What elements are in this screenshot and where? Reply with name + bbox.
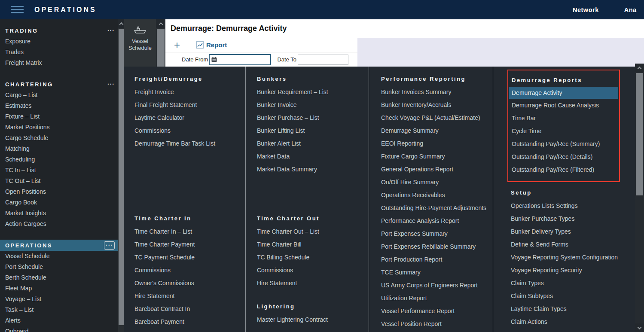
date-from-field[interactable] <box>209 54 271 65</box>
menu-item-owner-s-commissions[interactable]: Owner's Commissions <box>134 277 245 289</box>
menu-item-operations-receivables[interactable]: Operations Receivables <box>381 189 493 201</box>
menu-item-port-expenses-summary[interactable]: Port Expenses Summary <box>381 227 493 240</box>
menu-item-claim-types[interactable]: Claim Types <box>511 277 635 289</box>
menu-item-cycle-time[interactable]: Cycle Time <box>509 125 618 137</box>
menu-item-commissions[interactable]: Commissions <box>134 124 245 137</box>
menu-item-define-send-forms[interactable]: Define & Send Forms <box>511 238 635 251</box>
sidebar-item-market-positions[interactable]: Market Positions <box>0 122 118 133</box>
menu-item-time-charter-out-list[interactable]: Time Charter Out – List <box>257 225 369 238</box>
menu-item-freight-invoice[interactable]: Freight Invoice <box>134 85 245 98</box>
section-menu-dots-icon[interactable]: ··· <box>107 81 115 87</box>
sidebar-item-cargo-list[interactable]: Cargo – List <box>0 90 118 101</box>
menu-item-check-voyage-p-l-actual-estimate[interactable]: Check Voyage P&L (Actual/Estimate) <box>381 111 493 124</box>
sidebar-header-chartering[interactable]: CHARTERING··· <box>0 79 118 90</box>
menu-item-tc-billing-schedule[interactable]: TC Billing Schedule <box>257 251 369 264</box>
sidebar-item-trades[interactable]: Trades <box>0 47 118 58</box>
hamburger-icon[interactable] <box>11 6 24 13</box>
sidebar-item-action-cargoes[interactable]: Action Cargoes <box>0 219 118 229</box>
menu-item-laytime-calculator[interactable]: Laytime Calculator <box>134 111 245 124</box>
menu-item-operations-lists-settings[interactable]: Operations Lists Settings <box>511 199 635 212</box>
menu-item-tce-summary[interactable]: TCE Summary <box>381 266 493 279</box>
section-menu-dots-icon[interactable]: ··· <box>104 241 115 250</box>
section-menu-dots-icon[interactable]: ··· <box>107 27 115 34</box>
menu-item-bunker-lifting-list[interactable]: Bunker Lifting List <box>257 124 369 137</box>
menu-item-port-production-report[interactable]: Port Production Report <box>381 253 493 266</box>
sidebar-item-freight-matrix[interactable]: Freight Matrix <box>0 58 118 68</box>
sidebar-item-cargo-schedule[interactable]: Cargo Schedule <box>0 133 118 143</box>
menu-item-bareboat-contract-in[interactable]: Bareboat Contract In <box>134 302 245 315</box>
date-to-input[interactable] <box>298 55 348 65</box>
menu-item-us-army-corps-of-engineers-report[interactable]: US Army Corps of Engineers Report <box>381 279 493 292</box>
menu-item-utilization-report[interactable]: Utilization Report <box>381 292 493 305</box>
menu-item-demurrage-root-cause-analysis[interactable]: Demurrage Root Cause Analysis <box>509 99 618 112</box>
menu-item-demurrage-time-bar-task-list[interactable]: Demurrage Time Bar Task List <box>134 137 245 150</box>
menu-item-outstanding-pay-rec-details[interactable]: Outstanding Pay/Rec (Details) <box>509 150 618 163</box>
menu-item-port-expenses-rebillable-summary[interactable]: Port Expenses Rebillable Summary <box>381 240 493 253</box>
sidebar-scrollbar-thumb[interactable] <box>119 29 124 325</box>
sidebar-item-task-list[interactable]: Task – List <box>0 305 118 315</box>
sidebar-item-tc-out-list[interactable]: TC Out – List <box>0 176 118 186</box>
sidebar-header-operations[interactable]: OPERATIONS··· <box>0 240 118 251</box>
menu-item-vessel-performance-report[interactable]: Vessel Performance Report <box>381 305 493 317</box>
menu-item-claim-subtypes[interactable]: Claim Subtypes <box>511 289 635 302</box>
menu-item-market-data[interactable]: Market Data <box>257 150 369 163</box>
sidebar-item-port-schedule[interactable]: Port Schedule <box>0 262 118 272</box>
vessel-scrollbar-thumb[interactable] <box>157 29 165 67</box>
menu-item-outstanding-hire-payment-adjustments[interactable]: Outstanding Hire-Payment Adjustments <box>381 201 493 214</box>
menu-scrollbar-thumb[interactable] <box>636 73 643 195</box>
menu-item-hire-statement[interactable]: Hire Statement <box>134 289 245 302</box>
menu-item-outstanding-pay-rec-summary[interactable]: Outstanding Pay/Rec (Summary) <box>509 137 618 150</box>
menu-item-eeoi-reporting[interactable]: EEOI Reporting <box>381 137 493 150</box>
sidebar-item-vessel-schedule[interactable]: Vessel Schedule <box>0 251 118 262</box>
menu-item-bunker-inventory-accruals[interactable]: Bunker Inventory/Accruals <box>381 98 493 111</box>
sidebar-item-tc-in-list[interactable]: TC In – List <box>0 165 118 176</box>
menu-item-commissions[interactable]: Commissions <box>257 264 369 277</box>
menu-item-hire-statement[interactable]: Hire Statement <box>257 277 369 289</box>
menu-item-time-charter-payment[interactable]: Time Charter Payment <box>134 238 245 251</box>
menu-item-bareboat-payment[interactable]: Bareboat Payment <box>134 315 245 328</box>
menu-item-outstanding-pay-rec-filtered[interactable]: Outstanding Pay/Rec (Filtered) <box>509 163 618 176</box>
scroll-up-button[interactable] <box>635 64 644 72</box>
menu-item-fixture-cargo-summary[interactable]: Fixture Cargo Summary <box>381 150 493 163</box>
scroll-up-button[interactable] <box>156 19 165 28</box>
menu-item-tc-payment-schedule[interactable]: TC Payment Schedule <box>134 251 245 264</box>
sidebar-item-alerts[interactable]: Alerts <box>0 315 118 326</box>
sidebar-header-trading[interactable]: TRADING··· <box>0 25 118 36</box>
menu-item-bunker-alert-list[interactable]: Bunker Alert List <box>257 137 369 150</box>
menu-item-voyage-reporting-system-configuration[interactable]: Voyage Reporting System Configuration <box>511 251 635 264</box>
sidebar-item-exposure[interactable]: Exposure <box>0 36 118 47</box>
menu-item-bunker-purchase-types[interactable]: Bunker Purchase Types <box>511 212 635 225</box>
menu-item-claim-actions[interactable]: Claim Actions <box>511 315 635 328</box>
scroll-down-button[interactable] <box>635 323 644 332</box>
vessel-schedule-tab[interactable]: Vessel Schedule <box>124 19 156 67</box>
menu-item-commissions[interactable]: Commissions <box>134 264 245 277</box>
menu-item-bunker-purchase-list[interactable]: Bunker Purchase – List <box>257 111 369 124</box>
menu-item-bunker-delivery-types[interactable]: Bunker Delivery Types <box>511 225 635 238</box>
sidebar-item-scheduling[interactable]: Scheduling <box>0 154 118 165</box>
sidebar-item-berth-schedule[interactable]: Berth Schedule <box>0 272 118 283</box>
sidebar-item-open-positions[interactable]: Open Positions <box>0 186 118 197</box>
nav-item-analytics[interactable]: Ana <box>624 6 637 13</box>
sidebar-item-onboard[interactable]: Onboard <box>0 326 118 332</box>
menu-item-bunker-invoice[interactable]: Bunker Invoice <box>257 98 369 111</box>
menu-item-voyage-reporting-security[interactable]: Voyage Reporting Security <box>511 264 635 277</box>
sidebar-item-estimates[interactable]: Estimates <box>0 101 118 111</box>
sidebar-item-matching[interactable]: Matching <box>0 143 118 154</box>
menu-item-demurrage-activity[interactable]: Demurrage Activity <box>509 87 618 99</box>
menu-item-master-lightering-contract[interactable]: Master Lightering Contract <box>257 313 369 326</box>
menu-item-laytime-claim-types[interactable]: Laytime Claim Types <box>511 302 635 315</box>
menu-item-time-charter-in-list[interactable]: Time Charter In – List <box>134 225 245 238</box>
menu-item-time-bar[interactable]: Time Bar <box>509 112 618 125</box>
sidebar-item-cargo-book[interactable]: Cargo Book <box>0 197 118 208</box>
menu-item-performance-analysis-report[interactable]: Performance Analysis Report <box>381 214 493 227</box>
add-button[interactable]: + <box>174 40 183 50</box>
menu-item-bunker-requirement-list[interactable]: Bunker Requirement – List <box>257 85 369 98</box>
sidebar-item-voyage-list[interactable]: Voyage – List <box>0 294 118 305</box>
menu-item-time-charter-bill[interactable]: Time Charter Bill <box>257 238 369 251</box>
menu-item-vessel-position-report[interactable]: Vessel Position Report <box>381 317 493 330</box>
menu-item-demurrage-summary[interactable]: Demurrage Summary <box>381 124 493 137</box>
sidebar-item-fixture-list[interactable]: Fixture – List <box>0 111 118 122</box>
date-from-input[interactable] <box>218 56 270 63</box>
menu-item-general-operations-report[interactable]: General Operations Report <box>381 163 493 176</box>
menu-item-final-freight-statement[interactable]: Final Freight Statement <box>134 98 245 111</box>
